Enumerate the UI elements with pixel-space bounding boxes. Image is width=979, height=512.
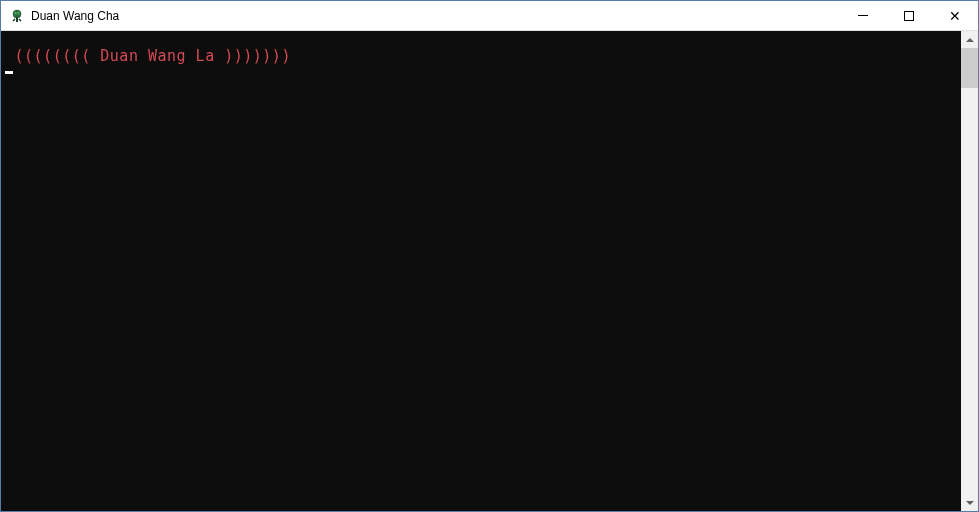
application-window: Duan Wang Cha ✕ (((((((( Duan Wang La ))… xyxy=(1,1,978,511)
app-icon xyxy=(9,8,25,24)
minimize-icon xyxy=(858,15,868,16)
console-area[interactable]: (((((((( Duan Wang La ))))))) xyxy=(1,31,961,511)
vertical-scrollbar[interactable] xyxy=(961,31,978,511)
close-button[interactable]: ✕ xyxy=(932,1,978,30)
window-controls: ✕ xyxy=(840,1,978,30)
svg-point-2 xyxy=(17,11,19,14)
svg-point-1 xyxy=(14,11,16,14)
scroll-down-arrow-icon[interactable] xyxy=(961,494,978,511)
svg-point-0 xyxy=(13,10,21,18)
content-area: (((((((( Duan Wang La ))))))) xyxy=(1,31,978,511)
window-title: Duan Wang Cha xyxy=(31,1,840,31)
minimize-button[interactable] xyxy=(840,1,886,30)
scroll-thumb[interactable] xyxy=(961,48,978,88)
text-cursor xyxy=(5,71,13,74)
svg-rect-3 xyxy=(16,17,18,22)
titlebar[interactable]: Duan Wang Cha ✕ xyxy=(1,1,978,31)
console-output-line: (((((((( Duan Wang La ))))))) xyxy=(1,31,961,65)
close-icon: ✕ xyxy=(949,9,961,23)
scroll-track[interactable] xyxy=(961,48,978,494)
maximize-button[interactable] xyxy=(886,1,932,30)
maximize-icon xyxy=(904,11,914,21)
scroll-up-arrow-icon[interactable] xyxy=(961,31,978,48)
